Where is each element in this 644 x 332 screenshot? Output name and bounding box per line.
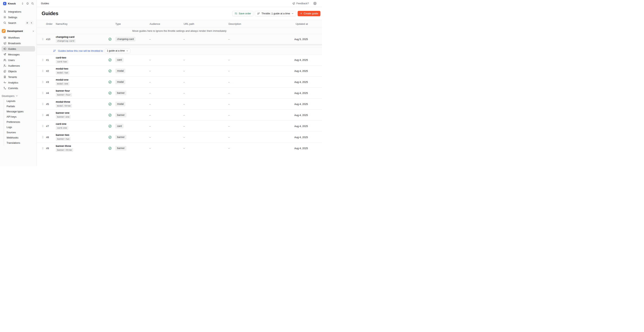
sidebar-item-analytics[interactable]: Analytics [2, 80, 35, 85]
save-order-label: Save order [239, 12, 251, 15]
drag-handle-icon[interactable] [42, 70, 46, 72]
check-circle-icon [108, 147, 112, 150]
sidebar-item-audiences[interactable]: Audiences [2, 63, 35, 68]
guide-description: - [228, 70, 292, 73]
chevron-down-icon [32, 30, 35, 32]
drag-handle-icon[interactable] [42, 136, 46, 139]
guide-row[interactable]: #8 banner-two banner-two banner - - - Au… [37, 132, 322, 143]
guide-name: card-one [56, 122, 66, 125]
drag-handle-icon[interactable] [42, 38, 46, 41]
sidebar-item-search[interactable]: Search ⌘ K [2, 20, 35, 26]
create-guide-button[interactable]: Create guide [298, 11, 320, 16]
save-order-button[interactable]: Save order [232, 11, 254, 16]
notifications-bell-icon[interactable] [26, 2, 29, 5]
sidebar-item-layouts[interactable]: Layouts [4, 98, 36, 104]
guide-order: #6 [46, 114, 56, 117]
sidebar-item-partials[interactable]: Partials [4, 104, 36, 109]
kbd-k: K [30, 21, 33, 25]
guide-updated-at: Aug 4, 2025 [292, 81, 308, 84]
check-circle-icon [108, 103, 112, 106]
sidebar-item-workflows[interactable]: Workflows [2, 35, 35, 40]
guide-type-badge: card [115, 124, 124, 128]
drag-handle-icon[interactable] [42, 81, 46, 83]
guide-row[interactable]: #6 banner-one banner-one banner - - - Au… [37, 109, 322, 121]
guide-order: #8 [46, 136, 56, 139]
git-branch-icon [3, 87, 6, 90]
account-menu-icon[interactable] [313, 2, 317, 5]
sidebar-item-preferences[interactable]: Preferences [4, 119, 36, 125]
guide-type-cell: modal [115, 102, 150, 106]
guide-row[interactable]: #7 card-one card-one card - - - Aug 4, 2… [37, 121, 322, 132]
guide-name-cell: changelog-card changelog-card [56, 36, 108, 43]
sidebar-item-label: Analytics [8, 81, 18, 84]
sidebar-item-messages[interactable]: Messages [2, 52, 35, 57]
guide-status-cell [108, 136, 115, 139]
guide-name-cell: modal-one modal-one [56, 78, 108, 86]
sidebar-item-sources[interactable]: Sources [4, 130, 36, 135]
drag-handle-icon[interactable] [42, 92, 46, 94]
guide-name: changelog-card [56, 36, 74, 38]
sidebar-item-tenants[interactable]: Tenants [2, 74, 35, 80]
sort-descending-icon [53, 49, 56, 52]
drag-handle-icon[interactable] [42, 147, 46, 150]
guide-description: - [228, 114, 292, 117]
environment-switcher[interactable]: Development [0, 28, 36, 34]
sidebar-item-users[interactable]: Users [2, 57, 35, 63]
building-icon [3, 75, 6, 79]
guide-type-badge: changelog-card [115, 37, 136, 42]
drag-handle-icon[interactable] [42, 125, 46, 127]
drag-handle-icon[interactable] [42, 59, 46, 61]
drag-handle-icon[interactable] [42, 114, 46, 116]
sidebar-item-label: Integrations [8, 10, 21, 13]
sidebar-item-settings[interactable]: Settings [2, 15, 35, 20]
sidebar-item-logs[interactable]: Logs [4, 125, 36, 130]
guide-type-badge: card [115, 58, 124, 62]
drag-handle-icon[interactable] [42, 103, 46, 105]
guide-status-cell [108, 58, 115, 62]
guide-row[interactable]: #4 banner-four banner-four banner - - - … [37, 87, 322, 98]
guide-status-cell [108, 147, 115, 150]
guide-updated-at: Aug 4, 2025 [292, 147, 308, 150]
guide-name: modal-two [56, 67, 68, 70]
sidebar-item-commits[interactable]: Commits [2, 85, 35, 91]
guide-updated-at: Aug 4, 2025 [292, 136, 308, 139]
guide-type-cell: changelog-card [115, 37, 150, 42]
person-check-icon [3, 64, 6, 67]
guide-row[interactable]: #2 modal-two modal-two modal - - - Aug 4… [37, 65, 322, 76]
developers-section-header[interactable]: Developers [0, 93, 36, 98]
guide-row[interactable]: #3 modal-one modal-one modal - - - Aug 4… [37, 76, 322, 87]
pages-icon [3, 70, 6, 73]
guide-name: modal-three [56, 100, 70, 103]
guide-audience: - [150, 38, 184, 41]
sidebar-item-label: Translations [6, 141, 20, 144]
sidebar-item-label: Objects [8, 70, 17, 73]
search-icon[interactable] [31, 2, 34, 5]
guide-name: banner-four [56, 89, 70, 92]
guide-audience: - [150, 59, 184, 61]
sidebar-item-translations[interactable]: Translations [4, 140, 36, 145]
column-header-audience: Audience [150, 23, 184, 25]
sidebar-item-api-keys[interactable]: API keys [4, 114, 36, 119]
throttle-dropdown-button[interactable]: Throttle: 1 guide at a time [255, 11, 296, 16]
guide-row[interactable]: #1 card-two card-two card - - - Aug 4, 2… [37, 54, 322, 65]
guide-order: #5 [46, 103, 56, 106]
throttle-value-dropdown[interactable]: 1 guide at a time [105, 49, 130, 53]
sidebar-item-guides[interactable]: Guides [2, 46, 35, 52]
guide-audience: - [150, 70, 184, 73]
guide-type-cell: banner [115, 91, 150, 95]
guide-row[interactable]: #10 changelog-card changelog-card change… [37, 34, 322, 44]
sidebar-item-webhooks[interactable]: Webhooks [4, 135, 36, 140]
sidebar-top-nav: Integrations Settings Search ⌘ K [0, 7, 36, 26]
sidebar-item-integrations[interactable]: Integrations [2, 9, 35, 14]
sidebar-item-message-types[interactable]: Message types [4, 109, 36, 114]
guide-updated-at: Aug 4, 2025 [292, 59, 308, 61]
sidebar-item-broadcasts[interactable]: Broadcasts [2, 41, 35, 46]
feedback-button[interactable]: Feedback? [292, 2, 309, 5]
guide-row[interactable]: #5 modal-three modal-three modal - - - A… [37, 98, 322, 109]
main-content: Guides Feedback? Guides Save order Throt… [37, 0, 322, 166]
guide-url-path: - [184, 136, 228, 139]
sidebar-item-objects[interactable]: Objects [2, 69, 35, 74]
feedback-label: Feedback? [296, 2, 309, 5]
workspace-switcher-icon[interactable] [21, 2, 24, 5]
guide-row[interactable]: #9 banner-three banner-three banner - - … [37, 143, 322, 154]
